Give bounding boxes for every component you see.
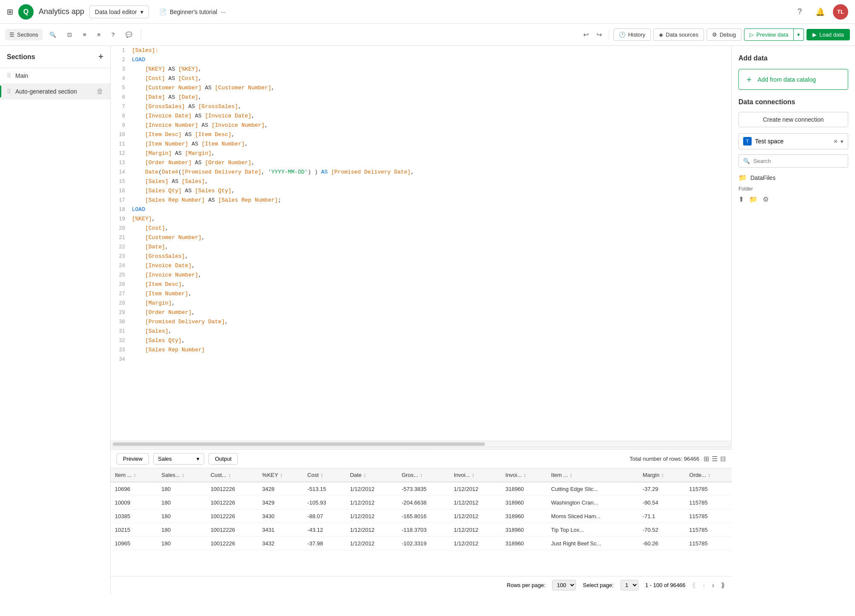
data-connections-title: Data connections	[738, 98, 848, 106]
editor-and-bottom: 1[Sales]: 2LOAD 3 [%KEY] AS [%KEY], 4 [C…	[111, 46, 732, 594]
page-select[interactable]: 1	[621, 580, 638, 590]
col-header-margin[interactable]: Margin↕	[638, 468, 685, 482]
last-page-button[interactable]: ⟫	[721, 581, 725, 589]
help-circle-icon: ?	[111, 31, 114, 38]
grid-view-icon[interactable]: ⊞	[704, 455, 709, 463]
code-line: 32 [Sales Qty],	[111, 336, 731, 345]
table-cell: Moms Sliced Ham...	[547, 510, 638, 523]
chevron-down-icon[interactable]: ▾	[841, 138, 844, 145]
load-data-label: Load data	[819, 31, 844, 38]
preview-data-button[interactable]: ▷ Preview data	[744, 29, 794, 41]
table-cell: 180	[157, 537, 206, 550]
sidebar-item-label-auto: Auto-generated section	[15, 88, 92, 95]
qlik-logo: Q	[18, 4, 34, 20]
table-name: Sales	[158, 456, 172, 462]
table-cell: 318960	[501, 537, 547, 550]
space-selector[interactable]: T Test space ✕ ▾	[738, 133, 848, 149]
output-button[interactable]: Output	[208, 453, 238, 465]
preview-table: Item ...↕ Sales...↕ Cust...↕ %KEY↕ Cost↕…	[111, 468, 732, 550]
col-header-sales[interactable]: Sales...↕	[157, 468, 206, 482]
space-icon: T	[743, 137, 752, 145]
table-row: 10385180100122263430-88.071/12/2012-165.…	[111, 510, 732, 523]
avatar[interactable]: TL	[833, 4, 848, 20]
table-cell: 180	[157, 523, 206, 537]
col-header-cust[interactable]: Cust...↕	[206, 468, 258, 482]
tutorial-label: Beginner's tutorial	[170, 9, 217, 15]
editor-mode-dropdown[interactable]: Data load editor ▾	[89, 6, 149, 18]
sidebar-item-auto[interactable]: ⠿ Auto-generated section 🗑	[0, 83, 110, 100]
grid-icon[interactable]: ⊞	[7, 7, 13, 17]
search-button[interactable]: 🔍	[45, 29, 60, 40]
upload-icon[interactable]: ⬆	[738, 195, 744, 203]
compact-view-icon[interactable]: ⊟	[720, 455, 726, 463]
help-button[interactable]: ?	[107, 29, 119, 40]
code-line: 1[Sales]:	[111, 46, 731, 55]
col-header-invoi2[interactable]: Invoi...↕	[501, 468, 547, 482]
notification-icon[interactable]: 🔔	[812, 4, 828, 20]
table-cell: 115785	[685, 482, 732, 496]
col-header-order[interactable]: Orde...↕	[685, 468, 732, 482]
indent-increase-button[interactable]: ≡	[79, 29, 91, 40]
table-cell: 318960	[501, 510, 547, 523]
help-icon[interactable]: ?	[792, 4, 807, 20]
col-header-gross[interactable]: Gros...↕	[397, 468, 450, 482]
tutorial-button[interactable]: 📄 Beginner's tutorial ···	[154, 6, 231, 18]
table-cell: 10696	[111, 482, 157, 496]
undo-button[interactable]: ↩	[581, 29, 591, 40]
data-sources-button[interactable]: ◈ Data sources	[653, 29, 704, 41]
code-editor[interactable]: 1[Sales]: 2LOAD 3 [%KEY] AS [%KEY], 4 [C…	[111, 46, 732, 447]
preview-data-label: Preview data	[756, 31, 788, 38]
clear-space-icon[interactable]: ✕	[833, 138, 838, 145]
table-cell: 10012226	[206, 537, 258, 550]
code-area[interactable]: 1[Sales]: 2LOAD 3 [%KEY] AS [%KEY], 4 [C…	[111, 46, 731, 441]
col-header-cost[interactable]: Cost↕	[303, 468, 346, 482]
table-cell: 180	[157, 510, 206, 523]
col-header-date[interactable]: Date↕	[346, 468, 397, 482]
comment-button[interactable]: 💬	[121, 29, 137, 40]
data-table[interactable]: Item ...↕ Sales...↕ Cust...↕ %KEY↕ Cost↕…	[111, 468, 732, 576]
preview-icon: ▷	[750, 31, 754, 38]
table-cell: -118.3703	[397, 523, 450, 537]
delete-section-button[interactable]: 🗑	[97, 88, 103, 95]
table-cell: 115785	[685, 496, 732, 510]
col-header-item[interactable]: Item ...↕	[111, 468, 157, 482]
col-header-item2[interactable]: Item ...↕	[547, 468, 638, 482]
sections-toggle-button[interactable]: ☰ Sections	[5, 29, 43, 40]
add-section-button[interactable]: +	[98, 52, 103, 62]
table-cell: 318960	[501, 482, 547, 496]
redo-button[interactable]: ↪	[594, 29, 604, 40]
search-input[interactable]	[753, 158, 844, 164]
sections-icon: ☰	[9, 31, 14, 38]
space-name: Test space	[755, 138, 833, 145]
col-header-key[interactable]: %KEY↕	[258, 468, 303, 482]
sidebar-item-main[interactable]: ⠿ Main	[0, 68, 110, 83]
history-label: History	[628, 31, 645, 38]
col-header-invoi1[interactable]: Invoi...↕	[450, 468, 501, 482]
prev-page-button[interactable]: ‹	[703, 582, 705, 589]
rows-per-page-select[interactable]: 100	[552, 580, 576, 590]
first-page-button[interactable]: ⟪	[692, 581, 696, 589]
next-page-button[interactable]: ›	[712, 582, 714, 589]
code-line: 2LOAD	[111, 55, 731, 65]
table-selector[interactable]: Sales ▾	[153, 453, 204, 465]
debug-button[interactable]: ⚙ Debug	[707, 29, 741, 41]
table-cell: -60.26	[638, 537, 685, 550]
history-button[interactable]: 🕐 History	[613, 29, 651, 41]
comment-icon: 💬	[125, 31, 132, 38]
indent-decrease-button[interactable]: ≡	[93, 29, 105, 40]
list-view-icon[interactable]: ☰	[712, 455, 718, 463]
load-icon: ▶	[812, 31, 817, 38]
editor-mode-label: Data load editor	[95, 9, 137, 15]
load-data-button[interactable]: ▶ Load data	[807, 29, 850, 40]
create-connection-button[interactable]: Create new connection	[738, 112, 848, 127]
folder-settings-icon[interactable]: ⚙	[763, 195, 769, 203]
sidebar-item-label-main: Main	[15, 72, 103, 79]
table-cell: 1/12/2012	[450, 510, 501, 523]
preview-data-split-button[interactable]: ▾	[794, 29, 804, 41]
add-catalog-button[interactable]: ＋ Add from data catalog	[738, 69, 848, 90]
outdent-icon: ≡	[97, 31, 100, 38]
create-folder-icon[interactable]: 📁	[749, 195, 758, 203]
code-line: 8 [Invoice Date] AS [Invoice Date],	[111, 111, 731, 121]
preview-button[interactable]: Preview	[117, 453, 149, 465]
expand-button[interactable]: ⊡	[63, 29, 76, 40]
